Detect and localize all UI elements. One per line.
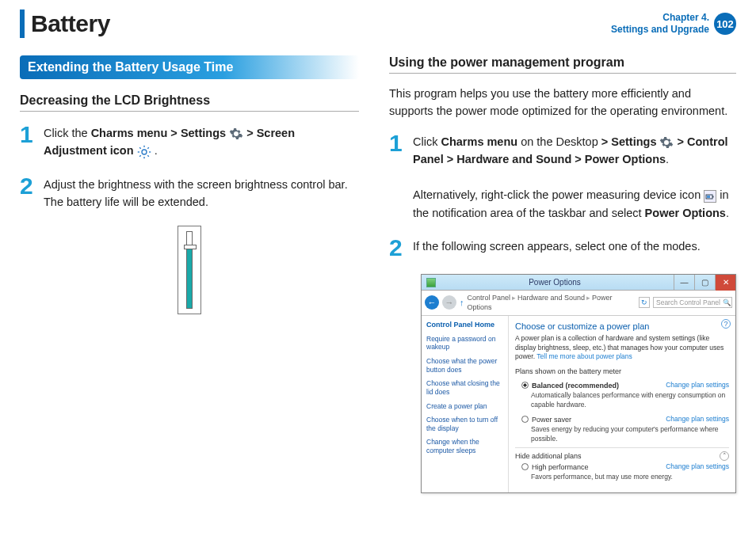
main-panel: ? Choose or customize a power plan A pow… (509, 316, 735, 492)
battery-tray-icon (704, 190, 716, 203)
sidebar-home[interactable]: Control Panel Home (426, 321, 503, 329)
plan-name: High performance (532, 462, 589, 472)
page-number-badge: 102 (714, 13, 736, 35)
step-number: 1 (389, 131, 413, 222)
up-button[interactable]: ↑ (460, 297, 464, 309)
plan-name: Balanced (recommended) (532, 381, 619, 390)
title-wrap: Battery (20, 10, 110, 38)
page-title: Battery (31, 10, 110, 37)
left-column: Extending the Battery Usage Time Decreas… (20, 55, 359, 493)
hide-plans-row: Hide additional plans ˄ (515, 447, 729, 461)
sidebar-link[interactable]: Require a password on wakeup (426, 335, 503, 352)
step-body: Click the Charms menu > Settings > Scree… (44, 123, 359, 160)
step-1-right: 1 Click Charms menu on the Desktop > Set… (389, 131, 736, 222)
forward-button[interactable]: → (442, 295, 456, 310)
text: Click (413, 135, 441, 148)
svg-rect-11 (707, 196, 710, 198)
plan-desc: Saves energy by reducing your computer's… (531, 425, 729, 443)
help-icon[interactable]: ? (721, 319, 731, 329)
bc-item[interactable]: Control Panel (468, 294, 511, 302)
chapter-line2: Settings and Upgrade (611, 24, 709, 36)
sidebar: Control Panel Home Require a password on… (422, 316, 509, 492)
text: Alternatively, right-click the power mea… (413, 188, 704, 201)
plan-high-row: High performance Change plan settings (515, 461, 729, 472)
panel-description: A power plan is a collection of hardware… (515, 334, 729, 361)
plan-option[interactable]: High performance (521, 462, 589, 472)
panel-heading: Choose or customize a power plan (515, 321, 729, 333)
title-accent-bar (20, 10, 25, 38)
slider-frame (178, 226, 201, 314)
plan-option[interactable]: Balanced (recommended) (521, 381, 619, 390)
bold-text: Power Options (645, 207, 726, 219)
power-options-screenshot: Power Options — ▢ ✕ ← → ↑ Control Panel▸… (421, 274, 736, 493)
chapter-label: Chapter 4. Settings and Upgrade (611, 12, 709, 36)
bc-item[interactable]: Hardware and Sound (517, 294, 585, 302)
plan-name: Power saver (532, 415, 571, 424)
sidebar-link[interactable]: Create a power plan (426, 402, 503, 411)
page-header: Battery Chapter 4. Settings and Upgrade … (20, 0, 736, 38)
change-plan-link[interactable]: Change plan settings (666, 462, 729, 471)
step-number: 1 (20, 123, 44, 160)
slider-fill (187, 246, 192, 308)
step-body: Adjust the brightness with the screen br… (44, 174, 359, 211)
nav-bar: ← → ↑ Control Panel▸Hardware and Sound▸P… (422, 291, 735, 315)
text: . (155, 144, 158, 157)
plan-option[interactable]: Power saver (521, 415, 571, 424)
change-plan-link[interactable]: Change plan settings (666, 415, 729, 424)
search-input[interactable]: Search Control Panel🔍 (653, 297, 732, 308)
svg-line-8 (147, 147, 149, 149)
close-button[interactable]: ✕ (715, 275, 735, 291)
bold-text: Charms menu (91, 127, 168, 139)
window-icon (426, 278, 436, 287)
bold-text: Power Options (585, 153, 666, 165)
radio-powersaver[interactable] (521, 416, 529, 423)
change-plan-link[interactable]: Change plan settings (666, 381, 729, 390)
radio-balanced[interactable] (521, 382, 529, 389)
step-body: If the following screen appears, select … (413, 236, 736, 260)
brightness-slider[interactable] (186, 231, 193, 309)
learn-more-link[interactable]: Tell me more about power plans (536, 352, 632, 360)
step-body: Click Charms menu on the Desktop > Setti… (413, 131, 736, 222)
hide-plans-label[interactable]: Hide additional plans (515, 451, 582, 461)
text: Click the (44, 127, 91, 139)
plan-desc: Automatically balances performance with … (531, 391, 729, 409)
minimize-button[interactable]: — (674, 275, 694, 291)
text: . (726, 207, 729, 219)
back-button[interactable]: ← (425, 295, 439, 310)
svg-rect-10 (712, 196, 714, 197)
gear-icon (229, 127, 243, 141)
window-titlebar: Power Options — ▢ ✕ (422, 275, 735, 291)
gt: > (601, 135, 612, 148)
step-2-left: 2 Adjust the brightness with the screen … (20, 174, 359, 211)
gt: > (678, 135, 688, 148)
refresh-button[interactable]: ↻ (639, 297, 650, 308)
text: on the Desktop (517, 135, 601, 148)
window-body: Control Panel Home Require a password on… (422, 316, 735, 492)
brightness-icon (137, 145, 151, 159)
search-icon[interactable]: 🔍 (723, 298, 731, 307)
svg-line-6 (147, 155, 149, 157)
sidebar-link[interactable]: Choose what the power button does (426, 357, 503, 374)
svg-line-7 (139, 155, 141, 157)
maximize-button[interactable]: ▢ (694, 275, 715, 291)
step-2-right: 2 If the following screen appears, selec… (389, 236, 736, 260)
slider-thumb[interactable] (184, 245, 197, 249)
section-heading: Extending the Battery Usage Time (20, 55, 359, 79)
plan-saver-row: Power saver Change plan settings (515, 413, 729, 424)
text: . (666, 153, 669, 165)
window-buttons: — ▢ ✕ (674, 275, 735, 291)
sidebar-link[interactable]: Choose what closing the lid does (426, 379, 503, 396)
collapse-icon[interactable]: ˄ (720, 451, 729, 461)
sidebar-link[interactable]: Choose when to turn off the display (426, 416, 503, 432)
step-number: 2 (389, 236, 413, 260)
plan-desc: Favors performance, but may use more ene… (531, 473, 729, 481)
search-placeholder: Search Control Panel (656, 298, 720, 307)
radio-highperf[interactable] (521, 463, 529, 470)
sidebar-link[interactable]: Change when the computer sleeps (426, 438, 503, 454)
gt: > (167, 127, 181, 139)
svg-line-5 (139, 147, 141, 149)
svg-point-0 (142, 150, 147, 154)
breadcrumb[interactable]: Control Panel▸Hardware and Sound▸Power O… (468, 293, 635, 312)
header-right: Chapter 4. Settings and Upgrade 102 (611, 12, 736, 36)
gt: > (571, 153, 585, 165)
